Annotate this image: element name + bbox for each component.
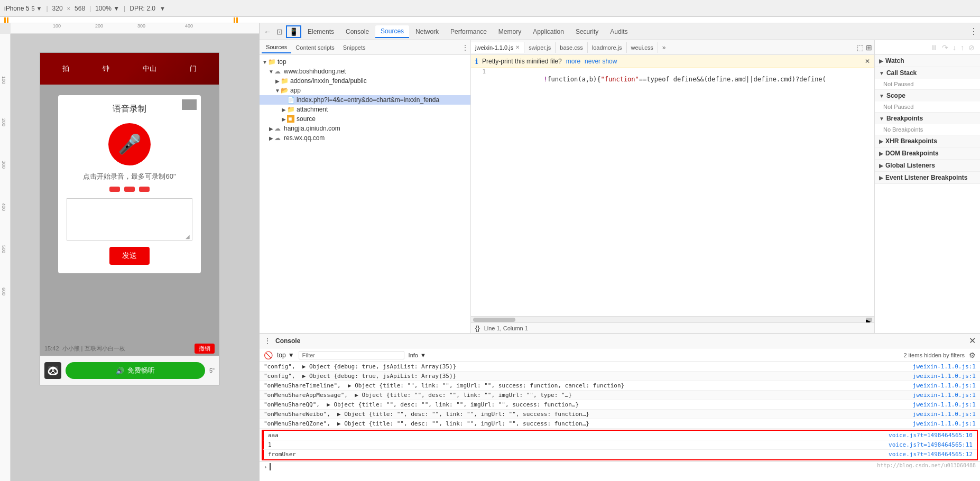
highlighted-console-group: aaavoice.js?t=1498464565:101voice.js?t=1… — [262, 430, 978, 460]
devtools-device-btn[interactable]: 📱 — [286, 25, 301, 38]
tab-elements[interactable]: Elements — [302, 26, 339, 38]
tree-item-addons[interactable]: ▶ 📁 addons/inxxin_fenda/public — [260, 76, 470, 86]
text-area[interactable]: ◢ — [67, 198, 192, 240]
code-op: == — [639, 76, 646, 83]
dpr-arrow[interactable]: ▼ — [160, 5, 165, 12]
console-menu-btn[interactable]: ⋮ — [264, 337, 271, 345]
ruler-mark: 100 — [53, 23, 61, 29]
devtools-back-btn[interactable]: ← — [262, 26, 273, 37]
section-xhr-header[interactable]: ▶ XHR Breakpoints — [875, 135, 980, 147]
tree-item-app[interactable]: ▼ 📂 app — [260, 86, 470, 95]
step-into-btn[interactable]: ↓ — [951, 42, 957, 53]
sources-tab-sources[interactable]: Sources — [262, 42, 291, 53]
section-global-header[interactable]: ▶ Global Listeners — [875, 160, 980, 171]
console-input-row[interactable]: › — [260, 461, 980, 471]
tab-sources[interactable]: Sources — [375, 25, 409, 38]
info-more-link[interactable]: more — [566, 58, 580, 65]
scrollbar-right-arrow[interactable]: ▶ — [866, 318, 872, 322]
tab-application[interactable]: Application — [528, 26, 569, 38]
code-kw2: typeof — [646, 76, 669, 83]
tree-item-attachment[interactable]: ▶ 📁 attachment — [260, 105, 470, 114]
code-tab-label-weui: weui.css — [631, 44, 653, 51]
device-height[interactable]: 568 — [75, 5, 85, 12]
xhr-arrow: ▶ — [879, 138, 883, 144]
console-context[interactable]: top ▼ — [277, 352, 294, 359]
tab-console[interactable]: Console — [340, 26, 374, 38]
console-filter-input[interactable] — [299, 351, 404, 359]
code-tab-swiper[interactable]: swiper.js — [524, 42, 556, 53]
info-never-link[interactable]: never show — [585, 58, 617, 65]
code-scrollbar-h[interactable]: ▶ — [471, 316, 874, 322]
device-name: iPhone 5 — [4, 5, 29, 12]
console-file-link[interactable]: jweixin-1.1.0.js:1 — [909, 373, 976, 380]
step-over-btn[interactable]: ↷ — [941, 42, 949, 53]
section-callstack-header[interactable]: ▼ Call Stack — [875, 67, 980, 79]
code-tab-jweixin[interactable]: jweixin-1.1.0.js ✕ — [471, 42, 524, 53]
console-file-link[interactable]: jweixin-1.1.0.js:1 — [909, 392, 976, 399]
code-sidebar-btn[interactable]: ⊞ — [866, 43, 872, 52]
line-number-1: 1 — [471, 68, 490, 75]
code-tab-loadmore[interactable]: loadmore.js — [588, 42, 627, 53]
sources-tab-snippets[interactable]: Snippets — [339, 42, 370, 53]
console-file-link[interactable]: jweixin-1.1.0.js:1 — [909, 420, 976, 427]
cancel-button[interactable]: 撤销 — [195, 344, 215, 354]
tab-memory[interactable]: Memory — [493, 26, 526, 38]
section-scope-header[interactable]: ▼ Scope — [875, 90, 980, 101]
send-button[interactable]: 发送 — [109, 247, 150, 265]
console-no-icon[interactable]: 🚫 — [264, 351, 273, 359]
tree-item-top[interactable]: ▼ 📁 top — [260, 57, 470, 67]
devtools-more-btn[interactable]: ⋮ — [969, 26, 978, 36]
console-row: aaavoice.js?t=1498464565:10 — [263, 431, 977, 440]
tree-item-hangjia[interactable]: ▶ ☁ hangjia.qiniudn.com — [260, 124, 470, 133]
console-msg: "onMenuShareQZone", ▶ Object {title: "",… — [264, 420, 909, 427]
console-file-link[interactable]: voice.js?t=1498464565:10 — [884, 432, 973, 439]
tab-network[interactable]: Network — [410, 26, 444, 38]
console-file-link[interactable]: jweixin-1.1.0.js:1 — [909, 401, 976, 408]
ruler-mark: 400 — [185, 23, 193, 29]
device-selector[interactable]: iPhone 5 5 ▼ — [4, 5, 42, 12]
console-file-link[interactable]: jweixin-1.1.0.js:1 — [909, 382, 976, 389]
device-width[interactable]: 320 — [52, 5, 63, 12]
section-watch-header[interactable]: ▶ Watch — [875, 55, 980, 67]
console-settings-btn[interactable]: ⚙ — [969, 351, 976, 359]
scrollbar-thumb[interactable] — [473, 318, 515, 322]
tree-item-index[interactable]: ▶ 📄 index.php?i=4&c=entry&do=chart&m=inx… — [260, 95, 470, 105]
dpr-value[interactable]: DPR: 2.0 — [130, 5, 155, 12]
voice-button[interactable]: 🔊 免费畅听 — [66, 362, 205, 379]
code-tabs-more[interactable]: » — [658, 42, 670, 53]
console-file-link[interactable]: jweixin-1.1.0.js:1 — [909, 363, 976, 370]
tree-item-reswx[interactable]: ▶ ☁ res.wx.qq.com — [260, 133, 470, 143]
tree-item-boshihudong[interactable]: ▼ ☁ www.boshihudong.net — [260, 67, 470, 76]
zoom-level[interactable]: 100% ▼ — [95, 5, 119, 12]
pause-btn[interactable]: ⏸ — [929, 42, 939, 53]
mic-button[interactable]: 🎤 — [108, 123, 151, 165]
code-tab-base[interactable]: base.css — [556, 42, 587, 53]
console-file-link[interactable]: voice.js?t=1498464565:12 — [884, 451, 973, 458]
code-tab-close-jweixin[interactable]: ✕ — [515, 44, 520, 50]
deactivate-btn[interactable]: ⊘ — [967, 42, 976, 53]
tree-item-source[interactable]: ▶ ■ source — [260, 114, 470, 124]
event-arrow: ▶ — [879, 175, 883, 181]
tab-security[interactable]: Security — [570, 26, 604, 38]
tab-audits[interactable]: Audits — [605, 26, 633, 38]
console-context-arrow: ▼ — [288, 352, 294, 359]
code-editor[interactable]: 1 !function(a,b){"function"==typeof defi… — [471, 68, 874, 316]
tree-label-index: index.php?i=4&c=entry&do=chart&m=inxxin_… — [297, 96, 439, 104]
tab-performance[interactable]: Performance — [445, 26, 492, 38]
console-file-link[interactable]: jweixin-1.1.0.js:1 — [909, 411, 976, 418]
record-hint: 点击开始录音，最多可录制60" — [67, 172, 192, 181]
devtools-inspect-btn[interactable]: ⊡ — [274, 26, 285, 37]
code-tab-weui[interactable]: weui.css — [627, 42, 658, 53]
sources-tab-content[interactable]: Content scripts — [291, 42, 338, 53]
modal-close-btn[interactable] — [182, 99, 197, 110]
info-close-btn[interactable]: ✕ — [865, 58, 870, 65]
section-breakpoints-header[interactable]: ▼ Breakpoints — [875, 113, 980, 124]
console-file-link[interactable]: voice.js?t=1498464565:11 — [884, 441, 973, 448]
console-level-select[interactable]: Info ▼ — [409, 352, 426, 358]
console-close-btn[interactable]: ✕ — [969, 336, 976, 346]
sources-tab-more[interactable]: ⋮ — [462, 44, 468, 51]
section-event-header[interactable]: ▶ Event Listener Breakpoints — [875, 172, 980, 183]
step-out-btn[interactable]: ↑ — [959, 42, 965, 53]
code-format-btn[interactable]: ⬚ — [857, 43, 864, 52]
section-dom-header[interactable]: ▶ DOM Breakpoints — [875, 147, 980, 159]
